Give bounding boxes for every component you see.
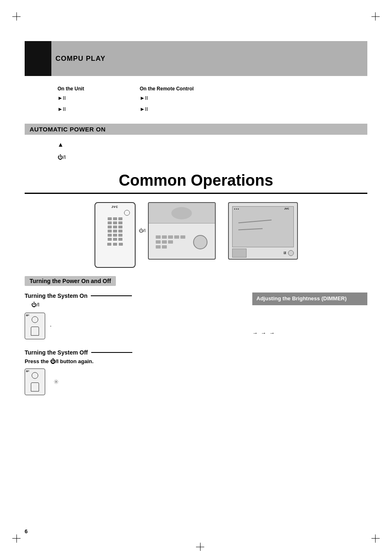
compu-play-black-box	[25, 41, 51, 76]
turning-off-title: Turning the System Off	[25, 349, 240, 356]
tv-power-circle	[288, 250, 294, 256]
stereo-btn-row2	[156, 240, 185, 244]
speaker-off-illustration: ⏻/I ✳	[25, 368, 240, 395]
corner-mark-br	[367, 530, 380, 543]
devices-illustration-row: JVC	[25, 202, 367, 268]
stereo-btn5	[180, 235, 185, 239]
speaker-figure-off: ⏻/I	[25, 368, 45, 395]
power-col-right: Adjusting the Brightness (DIMMER) → → →	[252, 292, 367, 398]
remote-btn-11	[113, 230, 117, 233]
tv-text: 疆	[284, 251, 286, 255]
dimmer-arrows: → → →	[252, 330, 367, 336]
figure-body-off	[31, 382, 39, 391]
turning-on-content: ⏻/I	[31, 302, 240, 308]
dimmer-header: Adjusting the Brightness (DIMMER)	[252, 292, 367, 305]
remote-btn-10	[108, 230, 112, 233]
remote-bottom-btn3	[119, 243, 123, 246]
page-number: 6	[25, 528, 28, 534]
speaker-label-on: ⏻/I	[26, 314, 29, 316]
turning-off-line	[91, 352, 132, 353]
remote-btn-17	[113, 238, 117, 241]
stereo-btn-row3	[156, 245, 185, 249]
remote-btn-13	[108, 234, 112, 237]
remote-bottom-btns	[107, 243, 123, 246]
tv-small-screen	[232, 249, 247, 258]
stereo-btn8	[168, 240, 173, 244]
tv-brand-label: JVC	[284, 207, 289, 210]
auto-power-step2: ⏻/I	[58, 152, 367, 162]
turning-on-title: Turning the System On	[25, 292, 240, 299]
corner-mark-tr	[367, 12, 380, 25]
stereo-btn4	[174, 235, 179, 239]
tv-screen-line1	[238, 219, 272, 223]
stereo-unit-illustration	[148, 202, 216, 260]
remote-btn-9	[118, 226, 122, 228]
speaker-label-off: ⏻/I	[26, 370, 29, 372]
remote-column-header: On the Remote Control	[140, 86, 367, 92]
remote-buttons-grid	[108, 217, 122, 241]
stereo-btn10	[162, 245, 167, 249]
speaker-on-dot: •	[50, 324, 51, 328]
compu-play-title: COMPU PLAY	[51, 41, 110, 76]
power-section-header: Turning the Power On and Off	[25, 276, 116, 286]
remote-btn-14	[113, 234, 117, 237]
power-col-left: Turning the System On ⏻/I ⏻/I •	[25, 292, 240, 398]
tv-screen: ● ● ● JVC	[232, 206, 294, 247]
unit-row2: ►II	[58, 106, 140, 112]
tv-indicator-dots: ● ● ●	[234, 207, 239, 210]
remote-btn-4	[108, 221, 112, 224]
stereo-unit-wrapper: ⏻/I	[148, 202, 216, 260]
speaker-figure-on: ⏻/I	[25, 313, 45, 339]
stereo-dial	[193, 235, 208, 249]
unit-column-header: On the Unit	[58, 86, 140, 92]
tv-illustration: ● ● ● JVC 疆	[228, 202, 298, 260]
stereo-btn9	[156, 245, 161, 249]
tv-bottom-controls: 疆	[229, 247, 297, 259]
remote-logo: JVC	[111, 205, 118, 208]
unit-row1: ►II	[58, 95, 140, 101]
tv-screen-line2	[238, 228, 263, 230]
turning-off-wrapper: Turning the System Off Press the ⏻/I but…	[25, 349, 240, 395]
turning-off-instruction: Press the ⏻/I button again.	[25, 358, 240, 364]
tv-right-controls: 疆	[284, 250, 294, 256]
auto-power-title: AUTOMATIC POWER ON	[30, 126, 106, 133]
remote-btn-18	[118, 238, 122, 241]
remote-row1: ►II	[140, 95, 367, 101]
remote-power-button	[124, 210, 130, 216]
stereo-btn7	[162, 240, 167, 244]
remote-btn-12	[118, 230, 122, 233]
remote-btn-3	[118, 217, 122, 220]
corner-mark-tl	[12, 12, 25, 25]
stereo-curve	[171, 207, 192, 219]
stereo-btn1	[156, 235, 161, 239]
stereo-top	[149, 203, 215, 223]
auto-power-header: AUTOMATIC POWER ON	[25, 124, 367, 135]
stereo-btn-row1	[156, 235, 185, 239]
power-symbol-label: ⏻/I	[139, 228, 146, 233]
stereo-btn3	[168, 235, 173, 239]
remote-bottom-btn2	[113, 243, 117, 246]
corner-mark-bl	[12, 530, 25, 543]
stereo-btn6	[156, 240, 161, 244]
remote-bottom-btn1	[107, 243, 111, 246]
tv-left-controls	[232, 249, 247, 258]
page: COMPU PLAY On the Unit On the Remote Con…	[0, 0, 392, 555]
turning-on-line	[91, 295, 132, 296]
speaker-on-illustration: ⏻/I •	[25, 313, 240, 339]
power-two-col: Turning the System On ⏻/I ⏻/I •	[25, 292, 367, 398]
remote-btn-7	[108, 226, 112, 228]
auto-power-content: ▲ ⏻/I	[58, 139, 367, 162]
power-section: Turning the Power On and Off Turning the…	[25, 276, 367, 398]
auto-power-section: AUTOMATIC POWER ON ▲ ⏻/I	[25, 124, 367, 162]
compu-play-section: COMPU PLAY On the Unit On the Remote Con…	[25, 41, 367, 115]
figure-body-on	[31, 327, 39, 336]
common-operations-title: Common Operations	[25, 172, 367, 194]
remote-btn-5	[113, 221, 117, 224]
remote-btn-1	[108, 217, 112, 220]
remote-row2: ►II	[140, 106, 367, 112]
stereo-btn2	[162, 235, 167, 239]
figure-head-off	[32, 372, 38, 379]
auto-power-step1: ▲	[58, 139, 367, 150]
remote-btn-2	[113, 217, 117, 220]
remote-btn-16	[108, 238, 112, 241]
